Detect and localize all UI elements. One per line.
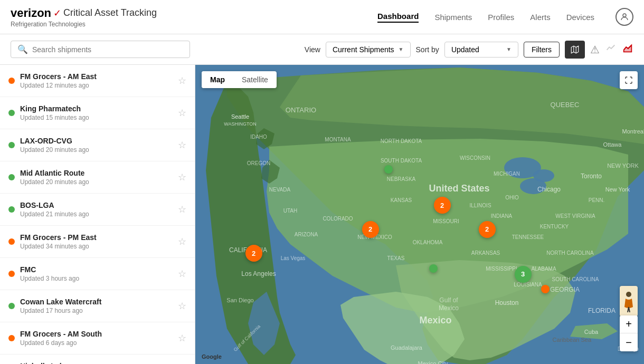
zoom-out-button[interactable]: − <box>620 333 638 351</box>
svg-text:PENN.: PENN. <box>589 197 605 203</box>
svg-point-65 <box>626 292 631 297</box>
map-marker[interactable]: 3 <box>515 266 532 283</box>
svg-text:Las Vegas: Las Vegas <box>281 255 306 261</box>
svg-text:NEVADA: NEVADA <box>269 187 291 193</box>
shipment-list-item[interactable]: LAX-ORD-CVG Updated 20 minutes ago ☆ <box>0 129 195 161</box>
svg-text:United States: United States <box>429 183 489 194</box>
street-view-button[interactable] <box>620 286 638 317</box>
map-marker[interactable] <box>384 165 393 174</box>
map-type-satellite[interactable]: Satellite <box>233 71 277 88</box>
user-icon[interactable] <box>615 8 633 26</box>
status-dot <box>8 78 15 84</box>
alert-icon[interactable]: ⚠ <box>590 43 600 56</box>
map-marker[interactable]: 2 <box>245 245 262 262</box>
map-marker[interactable]: 2 <box>362 221 379 238</box>
svg-text:Mexico City: Mexico City <box>418 360 448 364</box>
shipment-list-item[interactable]: King Pharmatech Updated 15 minutes ago ☆ <box>0 97 195 129</box>
map-marker[interactable] <box>541 285 550 293</box>
fullscreen-button[interactable] <box>620 71 638 89</box>
shipment-info: BOS-LGA Updated 21 minutes ago <box>20 201 173 218</box>
sort-dropdown[interactable]: Updated ▼ <box>444 42 518 58</box>
shipment-updated: Updated 21 minutes ago <box>20 210 173 218</box>
svg-text:Seattle: Seattle <box>231 113 249 120</box>
nav-profiles[interactable]: Profiles <box>488 13 514 22</box>
svg-text:ARKANSAS: ARKANSAS <box>471 250 500 256</box>
shipment-list-item[interactable]: FMC Updated 3 hours ago ☆ <box>0 258 195 290</box>
app-title: Critical Asset Tracking <box>63 7 157 18</box>
svg-text:NORTH CAROLINA: NORTH CAROLINA <box>546 250 594 256</box>
map-marker[interactable]: 2 <box>479 221 496 238</box>
svg-text:San Diego: San Diego <box>226 297 253 303</box>
filters-button[interactable]: Filters <box>524 42 560 58</box>
area-chart-icon[interactable] <box>622 42 633 56</box>
star-button[interactable]: ☆ <box>178 139 186 151</box>
star-button[interactable]: ☆ <box>178 332 186 344</box>
svg-text:WEST VIRGINIA: WEST VIRGINIA <box>555 213 595 219</box>
sort-label: Sort by <box>416 45 439 54</box>
shipment-list-item[interactable]: FM Grocers - AM South Updated 6 days ago… <box>0 322 195 355</box>
status-dot <box>8 174 15 180</box>
star-button[interactable]: ☆ <box>178 300 186 312</box>
svg-text:TEXAS: TEXAS <box>387 255 405 261</box>
star-button[interactable]: ☆ <box>178 171 186 183</box>
star-button[interactable]: ☆ <box>178 268 186 280</box>
logo-top: verizon ✓ Critical Asset Tracking <box>11 6 157 20</box>
nav-devices[interactable]: Devices <box>566 13 594 22</box>
status-dot <box>8 271 15 277</box>
view-dropdown[interactable]: Current Shipments ▼ <box>326 42 411 58</box>
svg-point-0 <box>623 14 626 17</box>
nav-shipments[interactable]: Shipments <box>434 13 472 22</box>
zoom-in-button[interactable]: + <box>620 315 638 333</box>
star-button[interactable]: ☆ <box>178 236 186 247</box>
svg-text:FLORIDA: FLORIDA <box>588 307 615 314</box>
shipment-list-item[interactable]: Mid Atlantic Route Updated 20 minutes ag… <box>0 161 195 194</box>
star-button[interactable]: ☆ <box>178 204 186 215</box>
shipment-list-item[interactable]: BOS-LGA Updated 21 minutes ago ☆ <box>0 194 195 226</box>
line-chart-icon[interactable] <box>605 42 617 56</box>
shipment-name: Nicholls Lab <box>20 362 173 364</box>
search-icon: 🔍 <box>17 44 28 54</box>
main-content: FM Grocers - AM East Updated 12 minutes … <box>0 65 644 364</box>
status-dot <box>8 238 15 245</box>
search-input[interactable] <box>32 45 183 54</box>
map-area: United States ONTARIO QUEBEC OREGON IDAH… <box>195 65 644 364</box>
map-background: United States ONTARIO QUEBEC OREGON IDAH… <box>195 65 644 364</box>
nav-alerts[interactable]: Alerts <box>530 13 550 22</box>
svg-text:ALABAMA: ALABAMA <box>531 266 556 272</box>
nav-links: Dashboard Shipments Profiles Alerts Devi… <box>377 8 633 26</box>
shipment-updated: Updated 34 minutes ago <box>20 243 173 250</box>
map-marker[interactable]: 2 <box>434 197 451 214</box>
star-button[interactable]: ☆ <box>178 107 186 119</box>
star-button[interactable]: ☆ <box>178 75 186 87</box>
map-view-button[interactable] <box>565 41 585 59</box>
svg-text:Guadalajara: Guadalajara <box>391 344 423 351</box>
svg-text:Los Angeles: Los Angeles <box>241 270 276 277</box>
shipment-list-item[interactable]: FM Grocers - AM East Updated 12 minutes … <box>0 65 195 97</box>
status-dot <box>8 335 15 341</box>
shipment-info: FM Grocers - PM East Updated 34 minutes … <box>20 233 173 250</box>
brand-check: ✓ <box>53 7 61 19</box>
svg-text:Houston: Houston <box>495 299 519 306</box>
shipment-updated: Updated 12 minutes ago <box>20 82 173 89</box>
nav-dashboard[interactable]: Dashboard <box>377 12 419 23</box>
svg-text:New York: New York <box>605 186 630 193</box>
svg-text:Chicago: Chicago <box>537 186 561 193</box>
shipment-list-item[interactable]: Cowan Lake Watercraft Updated 17 hours a… <box>0 290 195 322</box>
marker-count: 2 <box>368 225 372 233</box>
shipment-info: FM Grocers - AM South Updated 6 days ago <box>20 330 173 347</box>
view-label: View <box>305 45 320 54</box>
map-marker[interactable] <box>429 264 438 273</box>
header: verizon ✓ Critical Asset Tracking Refrig… <box>0 0 644 34</box>
svg-text:IDAHO: IDAHO <box>250 134 267 140</box>
marker-count: 2 <box>485 225 489 233</box>
shipment-name: FM Grocers - PM East <box>20 233 173 242</box>
shipment-name: Mid Atlantic Route <box>20 169 173 177</box>
chevron-down-icon: ▼ <box>506 46 512 52</box>
shipment-list-item[interactable]: FM Grocers - PM East Updated 34 minutes … <box>0 226 195 258</box>
shipment-name: FM Grocers - AM South <box>20 330 173 338</box>
svg-text:MISSOURI: MISSOURI <box>433 218 459 224</box>
svg-text:KANSAS: KANSAS <box>391 197 412 203</box>
map-type-map[interactable]: Map <box>202 71 233 88</box>
svg-text:INDIANA: INDIANA <box>491 213 513 219</box>
shipment-list-item[interactable]: Nicholls Lab Updated 17 days ago ☆ <box>0 355 195 364</box>
